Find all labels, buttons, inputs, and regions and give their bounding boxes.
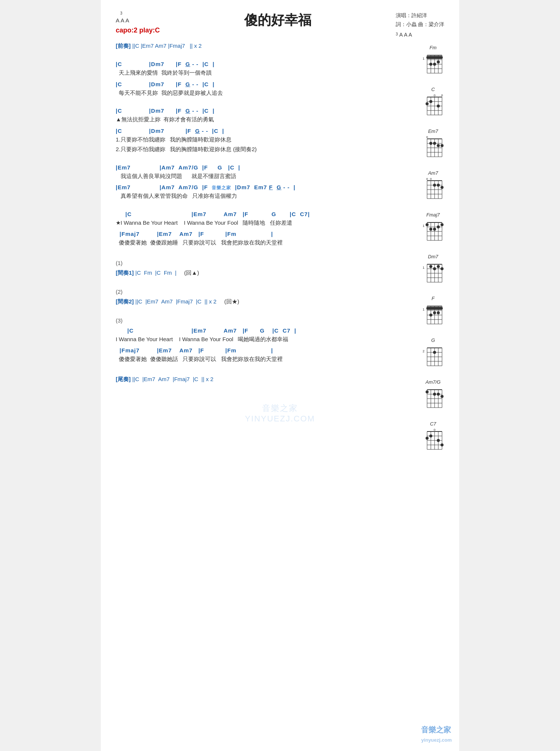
chord-fm: Fm 1 xyxy=(411,45,455,79)
section3-chord2: |Fmaj7 |Em7 Am7 |F |Fm | xyxy=(116,346,396,354)
svg-point-131 xyxy=(441,395,444,398)
section3-chord1: |C |Em7 Am7 |F G |C C7 | xyxy=(116,327,396,334)
svg-point-104 xyxy=(433,311,436,314)
bridge-block: |Em7 |Am7 Am7/G |F G |C | 我這個人善良單純沒問題 就是… xyxy=(116,163,396,200)
svg-text:1: 1 xyxy=(423,308,424,311)
chord-f-name: F xyxy=(411,296,455,301)
chord-g-name: G xyxy=(411,337,455,343)
verse2-block: |C |Dm7 |F G - - |C | ▲無法抗拒愛上妳 有妳才會有活的勇氣… xyxy=(116,107,396,154)
main-content: [前奏] ||C |Em7 Am7 |Fmaj7 || x 2 |C |Dm7 … xyxy=(116,41,444,384)
outro-label: [尾奏] xyxy=(116,376,131,382)
svg-point-90 xyxy=(441,267,444,270)
interlude1-bracket: (1) xyxy=(116,260,396,266)
verse1-chord1: |C |Dm7 |F G - - |C | xyxy=(116,60,396,68)
svg-point-29 xyxy=(437,105,440,107)
aaa-text: AAA xyxy=(116,17,130,24)
svg-point-72 xyxy=(441,223,444,226)
chord-em7: Em7 o xyxy=(411,128,455,163)
verse1-block: |C |Dm7 |F G - - |C | 天上飛來的愛情 我終於等到一個奇蹟 … xyxy=(116,60,396,97)
header-left: 3 AAA capo:2 play:C xyxy=(116,11,160,34)
chord-fm-grid: 1 xyxy=(422,52,444,78)
header-aaa: 3 AAA xyxy=(396,31,444,40)
chord-em7-grid: o xyxy=(422,135,444,161)
svg-rect-102 xyxy=(426,307,443,310)
chord-dm7: Dm7 1 xyxy=(411,254,455,288)
chord-fm-name: Fm xyxy=(411,45,455,50)
verse1-chord2: |C |Dm7 |F G - - |C | xyxy=(116,80,396,88)
section3-lyric2: 傻傻愛著她 傻傻聽她話 只要妳說可以 我會把妳放在我的天堂裡 xyxy=(116,355,396,364)
interlude1-line: [間奏1] |C Fm |C Fm | (回▲) xyxy=(116,268,396,277)
chord-dm7-name: Dm7 xyxy=(411,254,455,259)
chord-c7-name: C7 xyxy=(411,421,455,427)
section3-block: |C |Em7 Am7 |F G |C C7 | I Wanna Be Your… xyxy=(116,327,396,364)
section3-star: I Wanna Be Your Heart I Wanna Be Your Fo… xyxy=(116,335,396,344)
watermark: 音樂之家YINYUEZJ.COM xyxy=(245,403,315,424)
svg-text:o: o xyxy=(426,135,428,139)
chord-am7g-grid xyxy=(422,386,444,412)
chord-g-grid: 2 xyxy=(422,344,444,370)
svg-point-129 xyxy=(433,393,436,396)
verse2-lyric2b: 2.只要妳不怕我纏妳 我的胸膛隨時歡迎妳休息 (接間奏2) xyxy=(116,145,396,154)
verse2-chord1: |C |Dm7 |F G - - |C | xyxy=(116,107,396,115)
svg-point-44 xyxy=(441,144,444,147)
chord-am7g: Am7/G xyxy=(411,379,455,414)
svg-point-43 xyxy=(437,144,440,147)
header-right: 演唱：許紹洋 詞：小蟲 曲：梁介洋 3 AAA xyxy=(396,11,444,39)
svg-point-117 xyxy=(433,351,436,354)
svg-point-75 xyxy=(437,225,440,228)
chord-diagrams: Fm 1 xyxy=(411,45,455,463)
interlude1-chords: |C Fm |C Fm | xyxy=(136,269,181,276)
interlude2-return: (回★) xyxy=(223,298,239,305)
svg-text:2: 2 xyxy=(423,349,424,353)
prelude-line: [前奏] ||C |Em7 Am7 |Fmaj7 || x 2 xyxy=(116,41,396,50)
chord-am7-name: Am7 xyxy=(411,170,455,176)
svg-point-103 xyxy=(429,314,432,317)
svg-point-12 xyxy=(429,63,432,66)
chord-dm7-grid: 1 xyxy=(422,261,444,287)
prelude-chords: ||C |Em7 Am7 |Fmaj7 || x 2 xyxy=(132,43,202,49)
chord-fmaj7-grid: 1 xyxy=(422,219,444,245)
svg-point-28 xyxy=(429,100,432,103)
svg-point-128 xyxy=(426,390,429,393)
interlude2-bracket: (2) xyxy=(116,289,396,295)
svg-text:1: 1 xyxy=(423,224,424,228)
chord-em7-name: Em7 xyxy=(411,128,455,134)
chorus-star: ★I Wanna Be Your Heart I Wanna Be Your F… xyxy=(116,219,396,227)
capo-line: capo:2 play:C xyxy=(116,27,160,34)
outro-chords: ||C |Em7 Am7 |Fmaj7 |C || x 2 xyxy=(132,376,213,382)
footer-logo: 音樂之家 yinyuezj.com xyxy=(421,725,452,744)
svg-text:o: o xyxy=(430,177,432,181)
lyricist-label: 詞：小蟲 曲：梁介洋 xyxy=(396,20,444,29)
interlude1-label: [間奏1] xyxy=(116,269,134,276)
svg-rect-11 xyxy=(426,56,443,59)
chord-c-grid: o o xyxy=(422,93,444,119)
section3-bracket: (3) xyxy=(116,317,396,324)
svg-point-73 xyxy=(429,228,432,231)
svg-point-88 xyxy=(433,267,436,270)
chord-c: C o o xyxy=(411,87,455,121)
chord-fmaj7-name: Fmaj7 xyxy=(411,212,455,218)
svg-point-13 xyxy=(433,63,436,66)
header: 3 AAA capo:2 play:C 傻的好幸福 演唱：許紹洋 詞：小蟲 曲：… xyxy=(116,11,444,39)
svg-point-27 xyxy=(426,102,429,105)
chord-c7: C7 o xyxy=(411,421,455,455)
svg-point-146 xyxy=(441,443,444,446)
chord-fmaj7: Fmaj7 1 xyxy=(411,212,455,246)
svg-text:o: o xyxy=(426,177,428,181)
interlude2-line: [間奏2] ||C |Em7 Am7 |Fmaj7 |C || x 2 (回★) xyxy=(116,297,396,306)
svg-point-58 xyxy=(437,184,440,187)
chorus-chord1: |C |Em7 Am7 |F G |C C7| xyxy=(116,210,396,218)
svg-point-89 xyxy=(437,265,440,268)
svg-point-71 xyxy=(426,223,429,226)
svg-text:o: o xyxy=(433,428,435,431)
chorus-chord2: |Fmaj7 |Em7 Am7 |F |Fm | xyxy=(116,230,396,238)
prelude-label: [前奏] xyxy=(116,43,131,49)
svg-point-57 xyxy=(433,184,436,187)
verse2-chord2: |C |Dm7 |F G - - |C | xyxy=(116,127,396,135)
verse1-lyric2: 每天不能不見妳 我的惡夢就是妳被人追去 xyxy=(116,89,396,97)
header-aaa-text: AAA xyxy=(399,32,413,38)
chord-f: F 1 xyxy=(411,296,455,330)
chorus-block: |C |Em7 Am7 |F G |C C7| ★I Wanna Be Your… xyxy=(116,210,396,247)
song-title: 傻的好幸福 xyxy=(160,11,396,29)
chorus-lyric2: 傻傻愛著她 傻傻跟她睡 只要妳說可以 我會把妳放在我的天堂裡 xyxy=(116,239,396,247)
